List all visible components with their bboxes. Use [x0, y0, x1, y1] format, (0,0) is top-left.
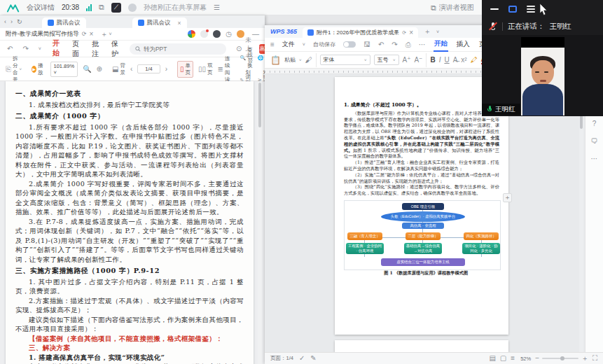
- mic-muted-icon[interactable]: [489, 22, 497, 31]
- new-tab-icon[interactable]: ＋: [100, 31, 107, 38]
- font-size-select[interactable]: 五号˅: [374, 55, 399, 65]
- paste-chevron-icon[interactable]: ˅: [299, 58, 302, 62]
- list-view-icon[interactable]: [527, 6, 535, 13]
- background-button[interactable]: ⬓背景: [112, 62, 125, 76]
- comment-sidebar-icon[interactable]: 🗨: [591, 137, 598, 145]
- chart-node-green2: 基础仿真→综合仿真→对抗仿真: [404, 243, 442, 254]
- zoom-plus-icon[interactable]: ＋: [581, 355, 588, 362]
- share-screen-icon[interactable]: ⧉: [99, 4, 104, 11]
- notification-dot-icon[interactable]: [200, 30, 208, 38]
- zoom-in-icon[interactable]: ⊕: [97, 66, 102, 73]
- more-tools-icon[interactable]: ⋯: [419, 41, 426, 48]
- redo-icon[interactable]: ↷: [391, 41, 397, 48]
- doc-tab-title[interactable]: 附件-教学成果简报写作指导: [6, 30, 79, 38]
- tab-list-chevron-icon[interactable]: ˅: [109, 31, 111, 36]
- font-name-select[interactable]: 宋体˅: [320, 55, 370, 65]
- ribbon-tab-insert[interactable]: 插入: [456, 38, 471, 51]
- save-icon[interactable]: 🖫: [363, 41, 370, 48]
- strikethrough-icon[interactable]: A̶: [453, 57, 458, 64]
- prev-page-icon[interactable]: ‹: [130, 66, 132, 73]
- tab-sync-icon[interactable]: ⟳: [402, 30, 406, 35]
- tab-close-icon[interactable]: ×: [409, 29, 413, 36]
- print-icon[interactable]: ⎙: [406, 41, 411, 48]
- zoom-out-icon[interactable]: 🔍: [83, 66, 91, 73]
- doc-line: 1. 成果按档次档次排列，最后华宁工学院奖等: [15, 100, 244, 110]
- ribbon-tab-home[interactable]: 开始: [434, 37, 448, 52]
- outline-view-icon[interactable]: ≡: [511, 355, 515, 362]
- font-smaller-icon[interactable]: A⁻: [414, 57, 422, 64]
- more-chevron-icon[interactable]: ˅: [39, 46, 41, 51]
- night-mode-icon[interactable]: [213, 30, 221, 38]
- nav-refresh-icon[interactable]: ↻: [17, 18, 22, 25]
- bold-icon[interactable]: B: [430, 57, 435, 64]
- paste-icon[interactable]: 📋: [270, 56, 281, 64]
- font-bigger-icon[interactable]: A⁺: [403, 57, 411, 64]
- sharing-status-text: 孙德刚正在共享屏幕: [144, 3, 207, 13]
- zoom-select[interactable]: 101.89% ˅: [50, 62, 78, 77]
- search-box[interactable]: [130, 43, 226, 55]
- minimize-icon[interactable]: [490, 8, 499, 10]
- zoom-minus-icon[interactable]: −: [535, 355, 539, 362]
- tab-sync-icon[interactable]: ⟳: [82, 31, 87, 37]
- nav-forward-icon[interactable]: ›: [11, 18, 13, 25]
- paste-label[interactable]: 粘贴: [284, 56, 296, 64]
- word-next-page: [335, 340, 508, 352]
- single-page-button[interactable]: ▯单页: [177, 61, 193, 78]
- word-zoom-handle[interactable]: [560, 356, 564, 360]
- new-page-plus-button[interactable]: ＋: [503, 193, 512, 202]
- highlight-color-icon[interactable]: 🖍: [471, 57, 478, 64]
- close-icon[interactable]: ×: [178, 20, 181, 27]
- word-zoom-value[interactable]: 52%: [520, 356, 531, 362]
- meeting-details-link[interactable]: 会议详情: [27, 3, 55, 13]
- web-layout-icon[interactable]: ▢: [500, 355, 506, 362]
- pdf-window-tabstrip: ‹ › ↻ 腾讯会议 腾讯会议×: [0, 15, 265, 28]
- browser-chrome-icon[interactable]: [188, 30, 195, 38]
- play-button[interactable]: ▶播放: [32, 62, 46, 76]
- chart-node-sihua: 四化（实施路径）: [464, 232, 499, 240]
- more-sidebar-icon[interactable]: ⋯: [591, 155, 598, 162]
- view-mode-switch[interactable]: ⧉ 演讲者视图: [431, 3, 476, 13]
- pdf-scrollbar-thumb[interactable]: [258, 83, 261, 127]
- single-page-label: 单页: [186, 62, 191, 76]
- split-merge-label: 拆分合并: [13, 55, 18, 83]
- layout-grid-icon[interactable]: [508, 6, 517, 13]
- italic-icon[interactable]: I: [439, 57, 441, 64]
- pdf-document-area[interactable]: 一、成果简介一览表 1. 成果按档次档次排列，最后华宁工学院奖等 二、成果简介（…: [0, 81, 265, 364]
- file-chevron-icon[interactable]: ˅: [303, 42, 305, 47]
- track-changes-icon[interactable]: ✎: [310, 355, 316, 362]
- split-merge-button[interactable]: ⎘拆分合并˅: [6, 55, 22, 83]
- help-sidebar-icon[interactable]: ?: [592, 120, 597, 127]
- participant-video-thumbnail: [521, 37, 564, 115]
- sharing-menu-icon[interactable]: ☰: [214, 4, 220, 11]
- find-replace-button[interactable]: 🔍查找替换: [240, 48, 253, 69]
- doc-paragraph: 2.成果简介 1000 字写好很重要，评阅专家若时间不多，主要通过这部分审阅全文…: [15, 179, 244, 217]
- fullscreen-icon[interactable]: ⛶: [592, 355, 597, 362]
- underline-icon[interactable]: U: [444, 57, 449, 64]
- word-page-info: 页面：1/4: [270, 355, 293, 362]
- chart-node-sanrong: 三融（育人理念）: [347, 232, 382, 240]
- spellcheck-icon[interactable]: ✓: [299, 355, 305, 362]
- superscript-icon[interactable]: x²: [461, 57, 466, 64]
- file-menu[interactable]: 文件: [282, 40, 295, 49]
- continuous-read-button[interactable]: ≣连续阅读: [218, 55, 230, 83]
- undo-icon[interactable]: ↶: [7, 46, 13, 52]
- doc-paragraph: 2.方案措施：描述过于宏观（不具体）、或文字描述过于平淡（内容写实现、提炼拔高不…: [15, 296, 244, 315]
- history-clock-icon[interactable]: ◷: [226, 31, 232, 38]
- search-input[interactable]: [144, 46, 221, 52]
- autosave-toggle[interactable]: [343, 41, 356, 48]
- double-page-button[interactable]: ▯▯双页: [198, 62, 213, 76]
- redo-icon[interactable]: ↷: [22, 46, 28, 52]
- browser-tab-meeting-2[interactable]: 腾讯会议×: [132, 18, 187, 28]
- undo-icon[interactable]: ↶: [378, 41, 384, 48]
- format-painter-icon[interactable]: 🖌: [305, 57, 312, 64]
- new-doc-tab-icon[interactable]: ＋: [424, 28, 431, 35]
- next-page-icon[interactable]: ›: [165, 66, 167, 73]
- nav-back-icon[interactable]: ‹: [4, 18, 6, 25]
- page-indicator[interactable]: 1/4: [137, 64, 160, 74]
- tab-list-chevron-icon[interactable]: ˅: [436, 29, 439, 34]
- menu-hamburger-icon[interactable]: ≡: [270, 41, 275, 48]
- browser-tab-meeting-1[interactable]: 腾讯会议: [42, 18, 86, 28]
- word-doc-tab[interactable]: 附件1：2026年中国优质教学成果 ⟳ ×: [303, 27, 418, 38]
- print-layout-icon[interactable]: ▤: [489, 355, 495, 362]
- word-zoom-slider[interactable]: [542, 358, 578, 359]
